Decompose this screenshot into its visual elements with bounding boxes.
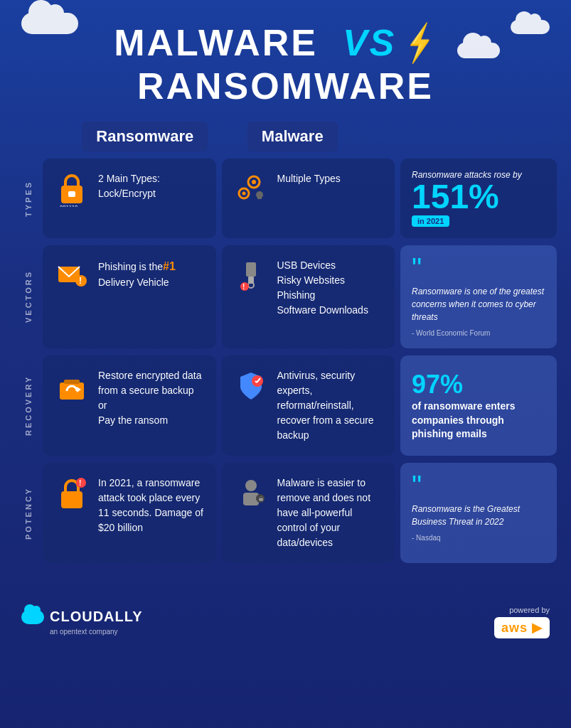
header: MALWARE VS⚡ RANSOMWARE xyxy=(0,0,571,122)
potency-quote-text: Ransomware is the Greatest Business Thre… xyxy=(412,503,545,528)
logo-area: CLOUDALLY an opentext company xyxy=(21,609,142,636)
vectors-quote-source: - World Economic Forum xyxy=(412,329,545,337)
cloudally-cloud-icon xyxy=(21,610,44,624)
svg-text:001110: 001110 xyxy=(60,205,78,207)
svg-point-26 xyxy=(245,480,257,491)
row-cells-types: 001110 2 Main Types: Lock/Encrypt xyxy=(43,159,557,238)
vectors-ransomware-text: Phishing is the#1 Delivery Vehicle xyxy=(98,258,205,290)
row-label-potency: POTENCY xyxy=(14,463,43,563)
recovery-malware-cell: Antivirus, security experts, reformat/re… xyxy=(222,355,395,456)
types-ransomware-cell: 001110 2 Main Types: Lock/Encrypt xyxy=(43,159,216,238)
lock-icon: 001110 xyxy=(54,171,90,207)
types-side-stats: Ransomware attacks rose by 151% in 2021 xyxy=(400,159,557,238)
column-headers: Ransomware Malware xyxy=(0,122,571,151)
svg-text:!: ! xyxy=(79,479,81,487)
svg-text:☠: ☠ xyxy=(258,496,264,503)
svg-text:!: ! xyxy=(79,276,82,286)
potency-malware-cell: ☠ Malware is easier to remove and does n… xyxy=(222,463,395,563)
stats-number: 151% xyxy=(412,180,499,214)
quote-mark-potency: " xyxy=(412,474,545,497)
recovery-stat-desc: of ransomware enters companies through p… xyxy=(412,400,545,441)
svg-rect-18 xyxy=(64,380,80,384)
row-recovery: RECOVERY Restore encrypted data from a s… xyxy=(14,355,557,456)
aws-area: powered by aws ▶ xyxy=(494,606,550,638)
svg-point-4 xyxy=(252,180,256,184)
opentext-label: an opentext company xyxy=(50,628,142,636)
svg-rect-8 xyxy=(257,196,262,199)
recovery-stat-number: 97% xyxy=(412,370,463,400)
row-label-vectors: VECTORS xyxy=(14,245,43,348)
cloudally-logo: CLOUDALLY xyxy=(21,609,142,625)
title-ransomware: RANSOMWARE xyxy=(137,65,434,107)
cloud-decoration-tr xyxy=(457,43,500,58)
aws-logo: aws ▶ xyxy=(494,617,550,638)
svg-rect-23 xyxy=(61,491,82,508)
svg-rect-1 xyxy=(68,191,75,197)
row-label-types: TYPES xyxy=(14,159,43,238)
footer: CLOUDALLY an opentext company powered by… xyxy=(0,592,571,653)
phishing-icon: ! xyxy=(54,258,90,294)
recovery-ransomware-text: Restore encrypted data from a secure bac… xyxy=(98,368,205,428)
restore-icon xyxy=(54,368,90,404)
lightning-icon: ⚡ xyxy=(406,21,435,65)
col-header-malware: Malware xyxy=(219,122,367,151)
logo-text: CLOUDALLY xyxy=(50,609,142,625)
recovery-side-stat: 97% of ransomware enters companies throu… xyxy=(400,355,557,456)
cloud-decoration-br xyxy=(511,20,550,34)
row-vectors: VECTORS ! Phishing is the#1 Delivery Veh… xyxy=(14,245,557,348)
title-vs: VS⚡ xyxy=(330,22,457,63)
potency-side-quote: " Ransomware is the Greatest Business Th… xyxy=(400,463,557,563)
potency-malware-text: Malware is easier to remove and does not… xyxy=(277,476,384,550)
recovery-ransomware-cell: Restore encrypted data from a secure bac… xyxy=(43,355,216,456)
recovery-malware-text: Antivirus, security experts, reformat/re… xyxy=(277,368,384,443)
row-potency: POTENCY ! In 2021, a ransomware attack t… xyxy=(14,463,557,563)
svg-point-6 xyxy=(242,192,245,196)
potency-quote-source: - Nasdaq xyxy=(412,534,545,542)
row-cells-recovery: Restore encrypted data from a secure bac… xyxy=(43,355,557,456)
vectors-malware-cell: ! USB Devices Risky Websites Phishing So… xyxy=(222,245,395,348)
title-malware: MALWARE xyxy=(114,22,318,63)
types-ransomware-text: 2 Main Types: Lock/Encrypt xyxy=(98,171,160,201)
svg-rect-12 xyxy=(246,262,256,277)
cloud-decoration-tl xyxy=(21,13,78,34)
usb-risky-icon: ! xyxy=(233,258,269,294)
types-malware-text: Multiple Types xyxy=(277,171,341,186)
quote-mark-vectors: " xyxy=(412,257,545,279)
main-content: TYPES 001110 2 Main Types: Lock/Encrypt xyxy=(0,159,571,584)
potency-ransomware-cell: ! In 2021, a ransomware attack took plac… xyxy=(43,463,216,563)
vectors-ransomware-cell: ! Phishing is the#1 Delivery Vehicle xyxy=(43,245,216,348)
ransom-attack-icon: ! xyxy=(54,476,90,511)
row-cells-vectors: ! Phishing is the#1 Delivery Vehicle ! xyxy=(43,245,557,348)
shield-check-icon xyxy=(233,368,269,404)
vectors-side-quote: " Ransomware is one of the greatest conc… xyxy=(400,245,557,348)
vectors-malware-text: USB Devices Risky Websites Phishing Soft… xyxy=(277,258,368,318)
vectors-quote-text: Ransomware is one of the greatest concer… xyxy=(412,285,545,323)
col-header-ransomware: Ransomware xyxy=(71,122,219,151)
stats-badge: in 2021 xyxy=(412,215,449,227)
row-cells-potency: ! In 2021, a ransomware attack took plac… xyxy=(43,463,557,563)
types-malware-cell: Multiple Types xyxy=(222,159,395,238)
powered-by-text: powered by xyxy=(509,606,550,614)
row-label-recovery: RECOVERY xyxy=(14,355,43,456)
malware-easy-icon: ☠ xyxy=(233,476,269,511)
gear-multi-icon xyxy=(233,171,269,207)
svg-text:!: ! xyxy=(242,283,245,291)
row-types: TYPES 001110 2 Main Types: Lock/Encrypt xyxy=(14,159,557,238)
potency-ransomware-text: In 2021, a ransomware attack took place … xyxy=(98,476,205,535)
